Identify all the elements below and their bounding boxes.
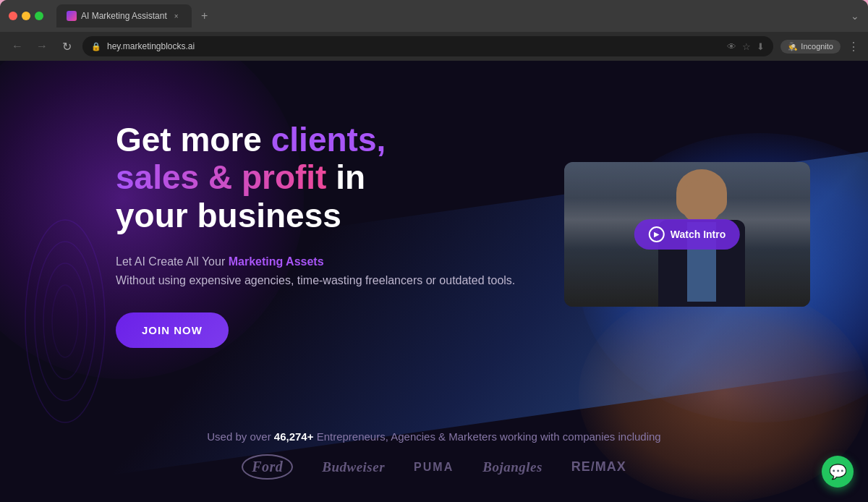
headline-part3: your business: [116, 197, 341, 234]
play-icon: ▶: [649, 226, 665, 242]
browser-controls-right: ⌄: [851, 10, 859, 22]
brand-logos-row: Ford Budweiser PUMA Bojangles RE/MAX: [242, 454, 626, 480]
bookmark-icon[interactable]: ☆: [742, 41, 751, 52]
headline-part2: in: [326, 158, 365, 196]
budweiser-logo: Budweiser: [322, 459, 385, 475]
chat-button[interactable]: 💬: [822, 456, 854, 488]
address-bar[interactable]: 🔒 hey.marketingblocks.ai 👁 ☆ ⬇: [82, 36, 773, 56]
maximize-window-button[interactable]: [35, 12, 43, 20]
incognito-icon: 🕵: [788, 42, 798, 51]
website-content: Get more clients, sales & profit in your…: [0, 61, 868, 502]
address-icons: 👁 ☆ ⬇: [727, 41, 765, 52]
minimize-window-button[interactable]: [22, 12, 30, 20]
headline-part1: Get more: [116, 121, 271, 158]
subtext-prefix: Let AI Create All Your: [116, 255, 229, 268]
puma-logo: PUMA: [414, 461, 454, 474]
headline-highlight-sales: sales & profit: [116, 158, 326, 196]
lock-icon: 🔒: [91, 42, 101, 51]
url-text: hey.marketingblocks.ai: [107, 41, 721, 51]
download-icon[interactable]: ⬇: [757, 41, 765, 52]
window-controls-icon: ⌄: [851, 10, 859, 22]
browser-menu-button[interactable]: ⋮: [848, 40, 859, 54]
tab-close-button[interactable]: ×: [171, 11, 182, 21]
social-proof-text: Used by over 46,274+ Entrepreneurs, Agen…: [207, 430, 660, 443]
video-preview[interactable]: ▶ Watch Intro: [564, 162, 810, 307]
subtext-suffix: Without using expensive agencies, time-w…: [116, 274, 515, 286]
new-tab-button[interactable]: +: [195, 6, 215, 26]
incognito-label: Incognito: [801, 42, 833, 51]
social-proof-prefix: Used by over: [207, 430, 274, 443]
bojangles-logo: Bojangles: [482, 459, 542, 475]
tab-bar: AI Marketing Assistant × +: [56, 4, 845, 27]
tab-title: AI Marketing Assistant: [81, 11, 167, 21]
hero-left: Get more clients, sales & profit in your…: [116, 121, 521, 349]
chat-icon: 💬: [829, 463, 847, 480]
ford-logo: Ford: [242, 454, 293, 480]
address-bar-row: ← → ↻ 🔒 hey.marketingblocks.ai 👁 ☆ ⬇ 🕵 I…: [0, 32, 868, 61]
social-proof-count: 46,274+: [274, 430, 314, 443]
social-proof-suffix: Entrepreneurs, Agencies & Marketers work…: [313, 430, 660, 443]
active-tab[interactable]: AI Marketing Assistant ×: [56, 4, 192, 27]
refresh-button[interactable]: ↻: [58, 40, 75, 54]
traffic-lights: [9, 12, 43, 20]
eye-off-icon: 👁: [727, 41, 736, 52]
remax-logo: RE/MAX: [571, 459, 626, 475]
close-window-button[interactable]: [9, 12, 17, 20]
tab-favicon: [67, 11, 77, 21]
hero-headline: Get more clients, sales & profit in your…: [116, 121, 521, 236]
watch-intro-label: Watch Intro: [671, 229, 726, 240]
hero-content-area: Get more clients, sales & profit in your…: [0, 61, 868, 408]
forward-button[interactable]: →: [33, 40, 51, 53]
headline-highlight-clients: clients,: [271, 121, 386, 158]
browser-window: AI Marketing Assistant × + ⌄ ← → ↻ 🔒 hey…: [0, 0, 868, 61]
incognito-badge: 🕵 Incognito: [780, 40, 841, 54]
join-now-button[interactable]: JOIN NOW: [116, 312, 229, 348]
social-proof-section: Used by over 46,274+ Entrepreneurs, Agen…: [0, 408, 868, 502]
hero-subtext: Let AI Create All Your Marketing Assets …: [116, 252, 521, 289]
titlebar: AI Marketing Assistant × + ⌄: [0, 0, 868, 32]
subtext-link: Marketing Assets: [229, 255, 324, 268]
watch-intro-button[interactable]: ▶ Watch Intro: [634, 219, 740, 250]
back-button[interactable]: ←: [9, 40, 26, 53]
